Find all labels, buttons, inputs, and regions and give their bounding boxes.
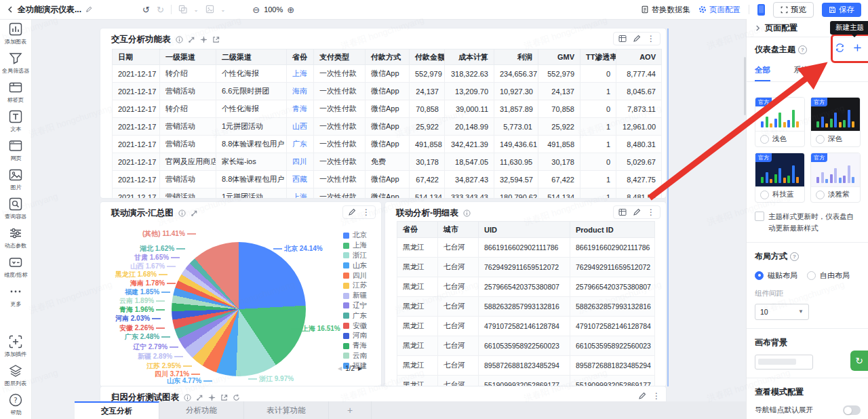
sidebar-item-filter[interactable]: 全局筛选器 <box>0 48 31 77</box>
back-icon[interactable] <box>7 6 14 13</box>
theme-radio[interactable] <box>816 135 825 144</box>
panel-scrollbar[interactable] <box>744 57 746 115</box>
jump-icon[interactable] <box>212 36 220 43</box>
theme-radio[interactable] <box>816 191 825 199</box>
card-pie-chart[interactable]: 联动演示-汇总图 ⋮ (其他) 11.41%湖北 1.62%甘肃 1.65%山西… <box>100 202 381 386</box>
column-header[interactable]: UID <box>479 222 570 238</box>
more-icon[interactable]: ⋮ <box>647 35 655 43</box>
gap-select[interactable]: 10▼ <box>755 304 809 320</box>
group-icon[interactable] <box>178 5 187 15</box>
freeze-table-icon[interactable] <box>618 208 627 216</box>
linkage-icon[interactable] <box>191 210 198 217</box>
more-icon[interactable]: ⋮ <box>647 208 655 216</box>
more-icon[interactable]: ⋮ <box>652 392 660 400</box>
collapse-panel-icon[interactable] <box>755 25 761 31</box>
layout-option-磁贴布局[interactable]: 磁贴布局 <box>755 271 797 281</box>
column-header[interactable]: AOV <box>616 49 662 65</box>
pie-slice-label[interactable]: 安徽 2.26% <box>119 323 167 333</box>
legend-item[interactable]: 江苏 <box>343 281 367 291</box>
legend-item[interactable]: 青海 <box>343 341 367 351</box>
column-header[interactable]: 成本计算 <box>445 49 494 65</box>
page-config-button[interactable]: 页面配置 <box>698 5 741 15</box>
more-icon[interactable]: ⋮ <box>362 208 370 216</box>
info-icon[interactable] <box>178 210 186 217</box>
pie-slice-label[interactable]: (其他) 11.41% <box>142 229 198 239</box>
legend-item[interactable]: 河南 <box>343 331 367 341</box>
pie-slice-label[interactable]: 上海 16.51% <box>289 324 340 334</box>
redo-icon[interactable]: ↻ <box>157 5 164 14</box>
jump-icon[interactable] <box>220 394 228 401</box>
sidebar-item-more[interactable]: 更多 <box>0 281 31 311</box>
toggle-switch[interactable] <box>843 405 861 415</box>
column-header[interactable]: TT渗透率 <box>580 49 616 65</box>
pager-prev-icon[interactable]: ◀ <box>338 365 342 372</box>
sidebar-item-help[interactable]: ?帮助 <box>0 390 31 419</box>
legend-item[interactable]: 广东 <box>343 311 367 321</box>
pie-slice-label[interactable]: 浙江 9.97% <box>246 374 294 384</box>
preview-button[interactable]: 预览 <box>773 2 814 18</box>
theme-card-淡雅紫[interactable]: 官方淡雅紫 <box>810 153 861 203</box>
zoom-out-icon[interactable]: ⊖ <box>252 5 260 14</box>
sidebar-item-plugin[interactable]: 添加插件 <box>0 332 31 361</box>
theme-radio[interactable] <box>760 191 769 199</box>
legend-item[interactable]: 四川 <box>343 271 367 281</box>
page-tab-分析功能[interactable]: 分析功能 <box>159 401 244 419</box>
replace-dataset-button[interactable]: 替换数据集 <box>641 5 691 15</box>
edit-icon[interactable] <box>348 208 356 216</box>
column-header[interactable]: 付款金额 <box>410 49 445 65</box>
column-header[interactable]: 一级渠道 <box>160 49 216 65</box>
canvas-scrollbar[interactable] <box>667 28 669 386</box>
legend-item[interactable]: 浙江 <box>343 251 367 261</box>
cell[interactable]: 广东 <box>287 136 314 153</box>
column-header[interactable]: 城市 <box>438 222 479 238</box>
card-interactive-table[interactable]: 交互分析功能表 ⋮ 日期一级渠道二级渠道省份支付类型付款方式付款金额成本计算利润… <box>100 28 666 198</box>
column-header[interactable]: 支付类型 <box>314 49 366 65</box>
drill-icon[interactable] <box>200 36 208 43</box>
sidebar-item-image[interactable]: 图片 <box>0 165 31 194</box>
theme-radio[interactable] <box>760 135 769 144</box>
column-header[interactable]: 省份 <box>397 222 438 238</box>
theme-card-科技蓝[interactable]: 官方科技蓝 <box>755 153 805 203</box>
column-header[interactable]: GMV <box>538 49 580 65</box>
theme-card-深色[interactable]: 官方深色 <box>810 97 861 147</box>
pie-slice-label[interactable]: 甘肃 1.65% <box>134 253 182 262</box>
edit-icon[interactable] <box>638 392 646 400</box>
sidebar-item-text[interactable]: 文本 <box>0 106 31 136</box>
refresh-icon[interactable] <box>233 394 240 401</box>
column-header[interactable]: 日期 <box>113 49 160 65</box>
theme-tab-全部[interactable]: 全部 <box>755 65 770 81</box>
cell[interactable]: 青海 <box>287 100 314 118</box>
legend-item[interactable]: 辽宁 <box>343 301 367 311</box>
legend-item[interactable]: 山东 <box>343 260 367 271</box>
feedback-float-button[interactable]: ↻ <box>850 351 868 371</box>
theme-sync-icon[interactable] <box>835 43 845 54</box>
edit-icon[interactable] <box>633 35 641 43</box>
sidebar-item-layers[interactable]: 图层列表 <box>0 361 31 390</box>
sidebar-item-params[interactable]: 动态参数 <box>0 223 31 252</box>
pie-chart[interactable] <box>172 242 306 376</box>
cell[interactable]: 四川 <box>287 153 314 171</box>
cell[interactable]: 海南 <box>287 83 314 100</box>
linkage-icon[interactable] <box>188 36 195 43</box>
canvas-bg-color-input[interactable] <box>755 355 813 370</box>
card-detail-table[interactable]: 联动分析-明细表 ⋮ 省份城市UIDProduct ID黑龙江七台河866191… <box>385 202 666 386</box>
pie-slice-label[interactable]: 新疆 2.89% <box>138 352 185 361</box>
mobile-layout-icon[interactable] <box>757 4 765 16</box>
edit-icon[interactable] <box>633 208 641 216</box>
pie-slice-label[interactable]: 北京 24.14% <box>271 244 323 254</box>
align-image-icon[interactable] <box>205 5 214 15</box>
info-icon[interactable] <box>184 394 191 401</box>
freeze-table-icon[interactable] <box>618 35 627 43</box>
theme-card-浅色[interactable]: 官方浅色 <box>755 97 805 147</box>
legend-item[interactable]: 云南 <box>343 351 367 361</box>
layout-option-自由布局[interactable]: 自由布局 <box>807 271 850 281</box>
pie-slice-label[interactable]: 广东 2.48% <box>125 332 172 342</box>
legend-item[interactable]: 上海 <box>343 241 367 251</box>
drill-icon[interactable] <box>208 394 216 401</box>
column-header[interactable]: 省份 <box>287 49 314 65</box>
page-tab-交互分析[interactable]: 交互分析 <box>75 401 159 419</box>
info-icon[interactable] <box>176 36 183 43</box>
info-icon[interactable] <box>463 210 471 217</box>
pie-slice-label[interactable]: 黑龙江 1.68% <box>115 270 170 279</box>
pie-slice-label[interactable]: 山东 4.77% <box>167 376 214 386</box>
